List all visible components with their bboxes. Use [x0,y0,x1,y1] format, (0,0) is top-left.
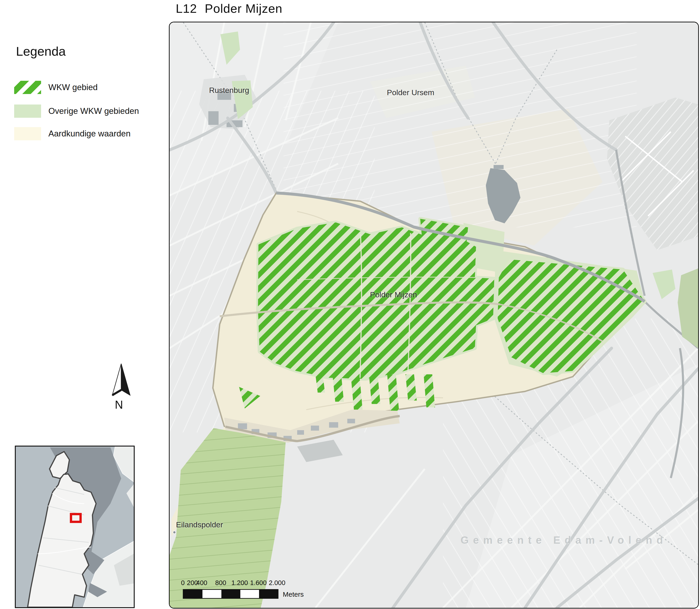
parcel-texture [284,22,636,227]
overige-wkw-swatch [14,105,41,118]
scale-tick: 2.000 [269,579,286,587]
map-label-polder-mijzen: Polder Mijzen [370,290,417,299]
legend-item-aardkundige: Aardkundige waarden [14,127,131,140]
scale-segment [259,590,278,598]
north-arrow-label: N [115,398,123,412]
place-marker-dot [173,531,176,534]
map-label-eilandspolder: Eilandspolder [176,520,223,529]
scale-tick: 800 [215,579,226,587]
legend-item-wkw-gebied: WKW gebied [14,81,98,94]
legend-item-label: Aardkundige waarden [48,129,131,139]
north-arrow-icon [109,362,134,397]
legend-item-label: Overige WKW gebieden [48,106,139,116]
legend-title: Legenda [16,44,66,59]
scale-segment [184,590,202,598]
scale-segment [240,590,259,598]
aardkundige-waarden-swatch [14,127,41,140]
map-canvas [170,22,698,608]
wkw-gebied-hatch-swatch [14,81,41,94]
map-sheet-code: L12 [176,2,197,15]
main-map: Rustenburg Polder Ursem Polder Mijzen Ei… [169,22,699,609]
lake-inlet [494,165,504,169]
legend-item-label: WKW gebied [48,83,98,92]
map-sheet-name: Polder Mijzen [205,2,282,15]
inset-canvas [16,447,134,607]
map-label-polder-ursem: Polder Ursem [387,88,434,97]
scale-segment [202,590,221,598]
scale-segment [221,590,240,598]
page-title: L12Polder Mijzen [176,1,282,16]
scale-tick: 0 [181,579,185,587]
inset-locator-map [15,446,135,608]
municipality-watermark: Gemeente Edam-Volend [461,534,699,546]
scale-bar-track [183,589,278,599]
scale-unit-label: Meters [283,591,304,598]
scale-tick: 1.600 [250,579,267,587]
scale-tick: 1.200 [232,579,248,587]
map-label-rustenburg: Rustenburg [209,86,249,95]
scale-tick: 400 [196,579,207,587]
legend-item-overige-wkw: Overige WKW gebieden [14,105,139,118]
